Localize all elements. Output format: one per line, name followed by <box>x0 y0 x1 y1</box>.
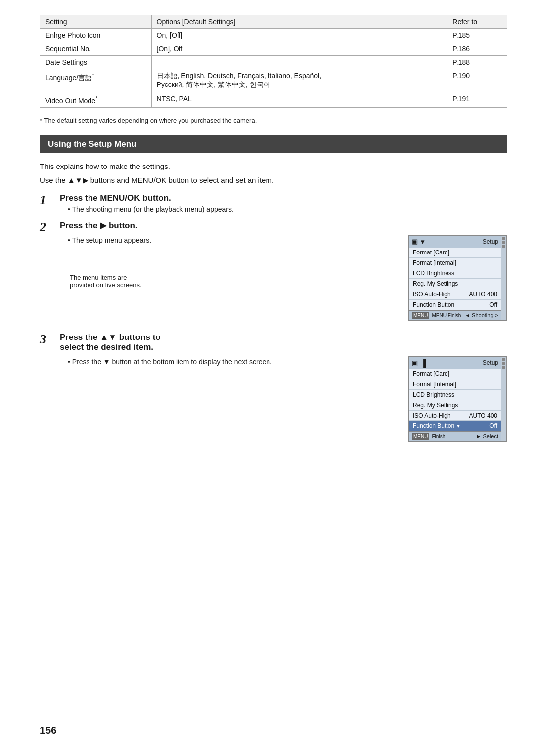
screen-row: Format [Internal] <box>409 379 501 390</box>
step-3-bullet: Press the ▼ button at the bottom item to… <box>68 358 398 366</box>
screen-row: Format [Internal] <box>409 258 501 268</box>
screen2-footer: MENU Finish ► Select <box>409 431 501 441</box>
step-1-number: 1 <box>40 193 58 208</box>
scroll-block <box>502 241 505 244</box>
row-refer: P.191 <box>448 92 507 108</box>
screen2-header: ▣ ▐ Setup <box>409 357 501 369</box>
scroll-block <box>502 362 505 365</box>
screen-row: Function Button Off <box>409 300 501 310</box>
screen2-icons: ▣ ▐ <box>412 359 426 367</box>
screen1-body: Format [Card] Format [Internal] LCD Brig… <box>409 248 501 310</box>
screen2-footer-left: MENU Finish <box>412 433 445 439</box>
row-refer: P.188 <box>448 56 507 69</box>
row-setting: Sequential No. <box>40 42 152 56</box>
step-1: 1 Press the MENU/OK button. The shooting… <box>40 193 507 213</box>
row-options: 日本語, English, Deutsch, Français, Italian… <box>151 69 448 92</box>
table-row: Enlrge Photo Icon On, [Off] P.185 <box>40 29 507 42</box>
table-row: Language/言語* 日本語, English, Deutsch, Fran… <box>40 69 507 92</box>
menu-note-line2: provided on five screens. <box>70 281 398 289</box>
row-options: [On], Off <box>151 42 448 56</box>
step-3: 3 Press the ▲▼ buttons toselect the desi… <box>40 333 507 442</box>
col-options: Options [Default Settings] <box>151 15 448 29</box>
footnote: * The default setting varies depending o… <box>40 117 507 124</box>
screen-row: ISO Auto-High AUTO 400 <box>409 289 501 300</box>
page-number: 156 <box>40 725 56 736</box>
page-container: Setting Options [Default Settings] Refer… <box>0 0 537 756</box>
table-row: Sequential No. [On], Off P.186 <box>40 42 507 56</box>
table-row: Video Out Mode* NTSC, PAL P.191 <box>40 92 507 108</box>
scroll-block <box>502 358 505 361</box>
step-3-layout: Press the ▼ button at the bottom item to… <box>60 356 507 442</box>
camera-screen-2: ▣ ▐ Setup Format [Card] Format [Int <box>408 356 507 442</box>
scroll-indicator <box>501 236 506 320</box>
scroll-block <box>502 237 505 240</box>
step-3-title: Press the ▲▼ buttons toselect the desire… <box>60 333 507 352</box>
screen1-footer-right: ◄ Shooting > <box>465 312 498 318</box>
settings-icon: ▾ <box>421 237 425 246</box>
camera-screen-1: ▣ ▾ Setup Format [Card] Format [Int <box>408 235 507 321</box>
row-setting: Date Settings <box>40 56 152 69</box>
screen2-footer-right: ► Select <box>476 433 498 439</box>
screen-row: Reg. My Settings <box>409 400 501 411</box>
settings-icon: ▐ <box>421 359 426 367</box>
scroll-indicator-2 <box>501 357 506 441</box>
screen-row: Reg. My Settings <box>409 279 501 289</box>
screen-row: Format [Card] <box>409 369 501 379</box>
screen2-title: Setup <box>483 359 498 366</box>
menu-note-line1: The menu items are <box>70 274 398 281</box>
menu-label: MENU <box>412 433 429 440</box>
screen-row: LCD Brightness <box>409 268 501 279</box>
settings-table: Setting Options [Default Settings] Refer… <box>40 15 507 108</box>
step-2-text: The setup menu appears. The menu items a… <box>60 235 398 289</box>
row-refer: P.185 <box>448 29 507 42</box>
camera-icon: ▣ <box>412 238 418 245</box>
step-2-layout: The setup menu appears. The menu items a… <box>60 235 507 321</box>
step-1-content: Press the MENU/OK button. The shooting m… <box>60 193 507 213</box>
step-2-bullet: The setup menu appears. <box>68 236 398 244</box>
row-options: On, [Off] <box>151 29 448 42</box>
menu-label: MENU <box>412 312 429 319</box>
screen1-title: Setup <box>483 238 498 245</box>
step-2-number: 2 <box>40 220 58 235</box>
screen1-header: ▣ ▾ Setup <box>409 236 501 248</box>
row-options: ——————— <box>151 56 448 69</box>
step-2-title: Press the ▶ button. <box>60 220 507 231</box>
table-row: Date Settings ——————— P.188 <box>40 56 507 69</box>
row-setting: Language/言語* <box>40 69 152 92</box>
col-refer: Refer to <box>448 15 507 29</box>
step-1-title: Press the MENU/OK button. <box>60 193 507 203</box>
screen1-footer-left: MENU MENU Finish <box>412 312 461 318</box>
screen1-footer: MENU MENU Finish ◄ Shooting > <box>409 310 501 320</box>
step-2: 2 Press the ▶ button. The setup menu app… <box>40 220 507 321</box>
col-setting: Setting <box>40 15 152 29</box>
screen-row: LCD Brightness <box>409 390 501 400</box>
screen-row: Format [Card] <box>409 248 501 258</box>
step-3-text: Press the ▼ button at the bottom item to… <box>60 356 398 366</box>
row-refer: P.186 <box>448 42 507 56</box>
scroll-block <box>502 245 505 248</box>
step-3-content: Press the ▲▼ buttons toselect the desire… <box>60 333 507 442</box>
screen2-main: ▣ ▐ Setup Format [Card] Format [Int <box>409 357 501 441</box>
screen-row-selected: Function Button ▼ Off <box>409 421 501 431</box>
intro-line-2: Use the ▲▼▶ buttons and MENU/OK button t… <box>40 175 507 186</box>
step-3-number: 3 <box>40 333 58 347</box>
intro-line-1: This explains how to make the settings. <box>40 161 507 172</box>
row-options: NTSC, PAL <box>151 92 448 108</box>
step-1-bullet: The shooting menu (or the playback menu)… <box>68 205 507 213</box>
screen1-main: ▣ ▾ Setup Format [Card] Format [Int <box>409 236 501 320</box>
row-refer: P.190 <box>448 69 507 92</box>
section-header: Using the Setup Menu <box>40 135 507 153</box>
screen-row: ISO Auto-High AUTO 400 <box>409 411 501 421</box>
camera-icon: ▣ <box>412 359 418 367</box>
screen1-icons: ▣ ▾ <box>412 237 425 246</box>
step-2-content: Press the ▶ button. The setup menu appea… <box>60 220 507 321</box>
screen2-body: Format [Card] Format [Internal] LCD Brig… <box>409 369 501 431</box>
row-setting: Video Out Mode* <box>40 92 152 108</box>
scroll-block <box>502 366 505 369</box>
menu-note: The menu items are provided on five scre… <box>70 274 398 289</box>
row-setting: Enlrge Photo Icon <box>40 29 152 42</box>
